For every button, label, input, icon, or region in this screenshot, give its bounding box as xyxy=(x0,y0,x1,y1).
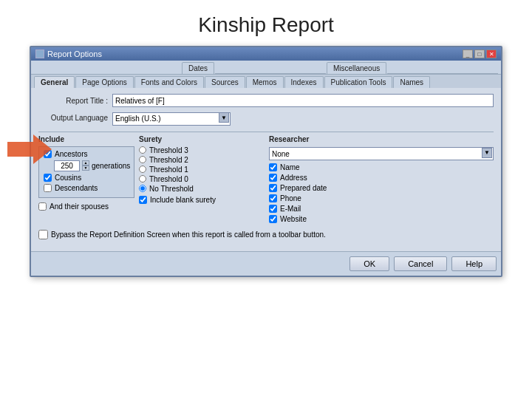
researcher-website-row: Website xyxy=(269,215,494,223)
descendants-label: Descendants xyxy=(55,184,98,192)
surety-threshold1-row: Threshold 1 xyxy=(139,166,265,174)
researcher-email-row: E-Mail xyxy=(269,205,494,213)
page-title: Kinship Report xyxy=(0,0,532,46)
report-title-row: Report Title : xyxy=(38,94,494,107)
dialog-titlebar: Report Options _ □ ✕ xyxy=(31,47,501,61)
surety-threshold3-radio[interactable] xyxy=(139,146,146,154)
report-title-input[interactable] xyxy=(112,94,494,107)
surety-threshold2-row: Threshold 2 xyxy=(139,156,265,164)
surety-header: Surety xyxy=(139,135,265,143)
tab-names[interactable]: Names xyxy=(393,76,430,88)
tab-memos[interactable]: Memos xyxy=(246,76,284,88)
researcher-name-label: Name xyxy=(280,163,300,171)
researcher-select[interactable]: None xyxy=(269,147,494,160)
researcher-phone-checkbox[interactable] xyxy=(269,194,277,202)
tabs-row-top: Dates Miscellaneous xyxy=(31,61,501,75)
help-button[interactable]: Help xyxy=(451,256,497,271)
tab-indexes[interactable]: Indexes xyxy=(284,76,324,88)
columns-area: Include Ancestors ▲ ▼ generati xyxy=(38,135,494,226)
tab-miscellaneous[interactable]: Miscellaneous xyxy=(327,62,386,74)
researcher-website-label: Website xyxy=(280,215,307,223)
report-options-dialog: Report Options _ □ ✕ Dates Miscellaneous… xyxy=(30,46,502,277)
surety-column: Surety Threshold 3 Threshold 2 Threshold… xyxy=(139,135,265,226)
researcher-prepared-row: Prepared date xyxy=(269,184,494,192)
tab-general[interactable]: General xyxy=(34,76,75,88)
bypass-label: Bypass the Report Definition Screen when… xyxy=(51,231,326,239)
dialog-title: Report Options xyxy=(47,50,102,58)
surety-nothreshold-radio[interactable] xyxy=(139,185,146,192)
researcher-address-label: Address xyxy=(280,174,307,182)
surety-threshold1-radio[interactable] xyxy=(139,166,146,173)
researcher-name-row: Name xyxy=(269,163,494,171)
researcher-select-wrapper: None ▼ xyxy=(269,146,494,161)
include-blank-surety-checkbox[interactable] xyxy=(139,196,147,204)
surety-threshold2-label: Threshold 2 xyxy=(149,156,188,164)
tab-sources[interactable]: Sources xyxy=(205,76,245,88)
dialog-footer: OK Cancel Help xyxy=(31,251,501,276)
include-blank-surety-label: Include blank surety xyxy=(150,196,216,204)
researcher-prepared-checkbox[interactable] xyxy=(269,184,277,192)
ancestors-label: Ancestors xyxy=(55,150,87,158)
surety-threshold2-radio[interactable] xyxy=(139,156,146,163)
bypass-row: Bypass the Report Definition Screen when… xyxy=(38,230,494,239)
surety-threshold0-label: Threshold 0 xyxy=(149,175,188,183)
researcher-column: Researcher None ▼ Name Address xyxy=(269,135,494,226)
cousins-checkbox[interactable] xyxy=(44,174,52,182)
close-button[interactable]: ✕ xyxy=(486,50,497,58)
researcher-email-checkbox[interactable] xyxy=(269,205,277,213)
include-column: Include Ancestors ▲ ▼ generati xyxy=(38,135,134,226)
arrow-icon xyxy=(7,134,52,164)
generations-input[interactable] xyxy=(54,160,80,171)
researcher-website-checkbox[interactable] xyxy=(269,215,277,223)
bypass-checkbox[interactable] xyxy=(38,230,48,239)
surety-threshold0-radio[interactable] xyxy=(139,175,146,183)
surety-threshold3-row: Threshold 3 xyxy=(139,146,265,154)
include-header: Include xyxy=(38,135,134,143)
dialog-body: Report Title : Output Language English (… xyxy=(31,88,501,251)
cousins-row: Cousins xyxy=(44,174,129,182)
report-title-label: Report Title : xyxy=(38,97,112,105)
and-spouses-label: And their spouses xyxy=(50,202,109,211)
and-spouses-row: And their spouses xyxy=(38,202,134,211)
maximize-button[interactable]: □ xyxy=(474,50,485,58)
svg-marker-0 xyxy=(7,134,52,164)
tab-publication-tools[interactable]: Publication Tools xyxy=(324,76,393,88)
surety-nothreshold-label: No Threshold xyxy=(149,185,194,193)
ancestors-row: Ancestors xyxy=(44,150,129,158)
generations-spinner[interactable]: ▲ ▼ xyxy=(82,160,89,171)
cancel-button[interactable]: Cancel xyxy=(394,256,447,271)
researcher-address-row: Address xyxy=(269,174,494,182)
ok-button[interactable]: OK xyxy=(349,256,389,271)
and-spouses-checkbox[interactable] xyxy=(38,202,47,211)
tab-dates[interactable]: Dates xyxy=(182,62,214,74)
descendants-checkbox[interactable] xyxy=(44,184,52,192)
researcher-header: Researcher xyxy=(269,135,494,143)
dialog-icon xyxy=(35,50,44,58)
surety-threshold3-label: Threshold 3 xyxy=(149,146,188,154)
tab-fonts-colors[interactable]: Fonts and Colors xyxy=(134,76,204,88)
output-language-select[interactable]: English (U.S.) xyxy=(112,112,231,126)
generations-row: ▲ ▼ generations xyxy=(44,160,129,171)
spin-down[interactable]: ▼ xyxy=(82,166,89,171)
include-box: Ancestors ▲ ▼ generations Co xyxy=(38,146,134,198)
surety-nothreshold-row: No Threshold xyxy=(139,185,265,193)
researcher-prepared-label: Prepared date xyxy=(280,184,327,192)
researcher-phone-label: Phone xyxy=(280,194,301,202)
researcher-address-checkbox[interactable] xyxy=(269,174,277,182)
tabs-row-main: General Page Options Fonts and Colors So… xyxy=(31,75,501,88)
output-language-label: Output Language xyxy=(38,114,112,122)
generations-label: generations xyxy=(92,162,130,170)
minimize-button[interactable]: _ xyxy=(463,50,473,58)
surety-threshold0-row: Threshold 0 xyxy=(139,175,265,183)
researcher-email-label: E-Mail xyxy=(280,205,301,213)
descendants-row: Descendants xyxy=(44,184,129,192)
spin-up[interactable]: ▲ xyxy=(82,160,89,166)
surety-threshold1-label: Threshold 1 xyxy=(149,166,188,174)
output-language-row: Output Language English (U.S.) ▼ xyxy=(38,111,494,126)
researcher-name-checkbox[interactable] xyxy=(269,163,277,171)
output-language-select-wrapper: English (U.S.) ▼ xyxy=(112,111,231,126)
cousins-label: Cousins xyxy=(55,174,81,182)
tab-page-options[interactable]: Page Options xyxy=(75,76,134,88)
include-blank-surety-row: Include blank surety xyxy=(139,196,265,204)
researcher-phone-row: Phone xyxy=(269,194,494,202)
